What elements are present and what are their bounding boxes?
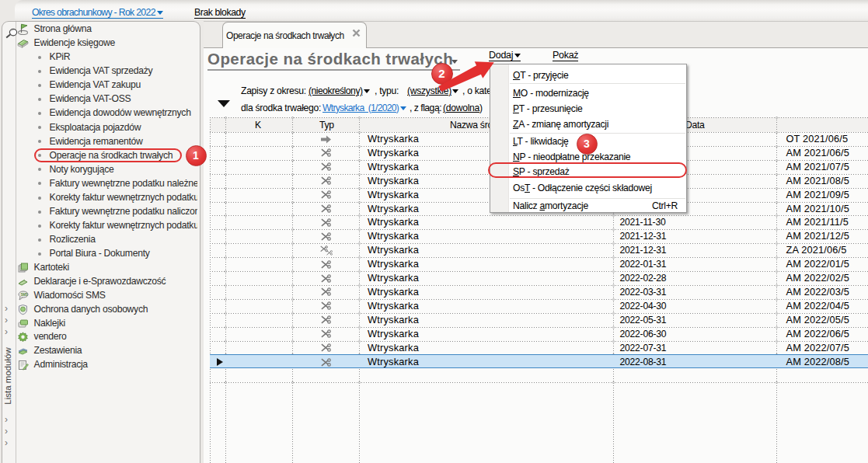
svg-text:SMS: SMS (20, 293, 27, 297)
